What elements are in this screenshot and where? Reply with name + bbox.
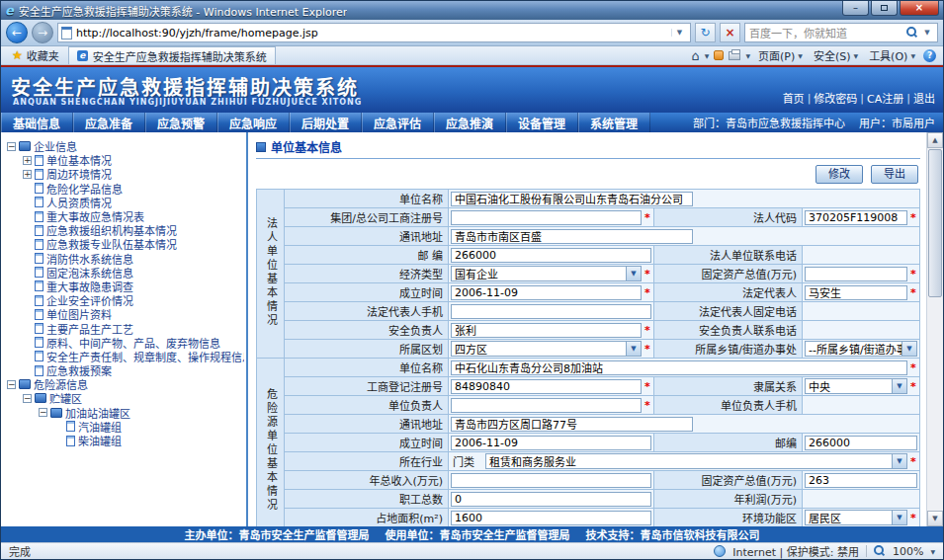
dropdown[interactable]: 四方区▼ xyxy=(451,341,642,357)
chevron-down-icon[interactable]: ▼ xyxy=(705,52,710,59)
text-input[interactable] xyxy=(805,473,917,488)
minimize-button[interactable]: – xyxy=(842,1,869,16)
tree-item[interactable]: 原料、中间产物、产品、废弃物信息 xyxy=(5,336,244,350)
browser-tab[interactable]: e 安全生产应急救援指挥辅助决策系统 xyxy=(68,46,276,64)
menu-item[interactable]: 应急评估 xyxy=(362,113,434,132)
address-bar[interactable]: http://localhost:90/yjzh/frame/homepage.… xyxy=(57,23,691,42)
text-input[interactable] xyxy=(805,285,907,300)
tree-item[interactable]: −加油站油罐区 xyxy=(5,406,244,420)
menu-item[interactable]: 应急响应 xyxy=(217,113,290,132)
text-input[interactable] xyxy=(451,304,651,319)
text-input[interactable] xyxy=(451,511,651,525)
tree-item[interactable]: 重大事故应急情况表 xyxy=(5,209,244,223)
search-icon[interactable] xyxy=(906,27,918,39)
zoom-level[interactable]: 100% xyxy=(893,545,923,558)
tree-item[interactable]: 危险化学品信息 xyxy=(5,182,244,196)
help-icon[interactable]: ? xyxy=(923,49,936,62)
text-input[interactable] xyxy=(805,210,907,225)
text-input[interactable] xyxy=(451,248,651,263)
expand-icon[interactable]: + xyxy=(23,170,32,179)
text-input[interactable] xyxy=(451,229,693,244)
tree-item[interactable]: 重大事故隐患调查 xyxy=(5,280,244,293)
menu-item[interactable]: 设备管理 xyxy=(506,113,578,132)
safety-menu[interactable]: 安全(S)▼ xyxy=(811,46,861,64)
tree-item[interactable]: 应急救援组织机构基本情况 xyxy=(5,223,244,237)
home-icon[interactable]: ⌂ xyxy=(692,49,700,62)
forward-button[interactable]: → xyxy=(32,22,53,43)
dropdown[interactable]: 居民区▼ xyxy=(805,510,907,525)
dropdown[interactable]: 中央▼ xyxy=(805,378,907,394)
scrollbar-thumb[interactable] xyxy=(928,149,942,297)
back-button[interactable]: ← xyxy=(6,22,28,43)
tree-item[interactable]: 单位图片资料 xyxy=(5,307,244,321)
export-button[interactable]: 导出 xyxy=(871,165,918,184)
text-input[interactable] xyxy=(451,285,642,300)
text-input[interactable] xyxy=(451,192,693,206)
tree-item[interactable]: 消防供水系统信息 xyxy=(5,252,244,266)
scrollbar-track[interactable] xyxy=(927,298,943,511)
menu-item[interactable]: 应急准备 xyxy=(73,113,145,132)
tree-item[interactable]: 安全生产责任制、规章制度、操作规程信息 xyxy=(5,350,244,363)
tree-item[interactable]: 柴油罐组 xyxy=(5,434,244,447)
tree-item[interactable]: −企业信息 xyxy=(5,139,244,153)
dropdown[interactable]: 租赁和商务服务业▼ xyxy=(485,453,907,469)
page-menu[interactable]: 页面(P)▼ xyxy=(755,46,806,64)
tree-item[interactable]: 应急救援专业队伍基本情况 xyxy=(5,237,244,251)
header-link[interactable]: 首页 xyxy=(783,90,805,106)
text-input[interactable] xyxy=(805,436,917,450)
text-input[interactable] xyxy=(451,417,693,432)
menu-item[interactable]: 应急预警 xyxy=(145,113,217,132)
collapse-icon[interactable]: − xyxy=(7,142,16,151)
text-input[interactable] xyxy=(451,379,642,394)
scroll-down-icon[interactable]: ▼ xyxy=(927,511,943,526)
tree-item[interactable]: 应急救援预案 xyxy=(5,363,244,377)
menu-item[interactable]: 应急推演 xyxy=(434,113,506,132)
tree-item[interactable]: 人员资质情况 xyxy=(5,196,244,209)
maximize-button[interactable] xyxy=(871,1,898,16)
refresh-button[interactable]: ↻ xyxy=(695,23,716,42)
dropdown[interactable]: 国有企业▼ xyxy=(451,266,642,281)
tree-item[interactable]: 企业安全评价情况 xyxy=(5,293,244,307)
menu-item[interactable]: 后期处置 xyxy=(290,113,362,132)
title-bar[interactable]: e 安全生产应急救援指挥辅助决策系统 - Windows Internet Ex… xyxy=(1,1,943,20)
text-input[interactable] xyxy=(451,210,642,225)
expand-icon[interactable]: + xyxy=(23,156,32,165)
zoom-icon[interactable] xyxy=(874,545,886,557)
tree-item[interactable]: 主要产品生产工艺 xyxy=(5,321,244,335)
collapse-icon[interactable]: − xyxy=(39,408,47,417)
text-input[interactable] xyxy=(451,473,651,488)
address-dropdown-icon[interactable]: ▼ xyxy=(671,29,687,37)
header-link[interactable]: CA注册 xyxy=(867,90,903,106)
print-icon[interactable] xyxy=(729,51,740,60)
zoom-dropdown-icon[interactable]: ▼ xyxy=(930,548,935,555)
tools-menu[interactable]: 工具(O)▼ xyxy=(866,46,918,64)
header-link[interactable]: 退出 xyxy=(913,90,935,106)
header-link[interactable]: 修改密码 xyxy=(814,90,857,106)
text-input[interactable] xyxy=(451,398,642,413)
close-button[interactable]: × xyxy=(900,1,939,16)
menu-item[interactable]: 系统管理 xyxy=(578,113,650,132)
chevron-down-icon[interactable]: ▼ xyxy=(745,52,750,59)
search-box[interactable]: 百度一下，你就知道 ▼ xyxy=(744,23,938,42)
text-input[interactable] xyxy=(451,436,651,450)
tree-item[interactable]: +单位基本情况 xyxy=(5,153,244,167)
collapse-icon[interactable]: − xyxy=(7,380,16,389)
rss-icon[interactable] xyxy=(714,50,724,60)
tree-item[interactable]: −危险源信息 xyxy=(5,377,244,391)
tree-item[interactable]: 汽油罐组 xyxy=(5,420,244,434)
favorites-button[interactable]: ★ 收藏夹 xyxy=(5,47,66,64)
dropdown[interactable]: --所属乡镇/街道办事处--▼ xyxy=(805,341,917,357)
stop-button[interactable]: × xyxy=(720,23,740,42)
text-input[interactable] xyxy=(451,492,651,507)
scroll-up-icon[interactable]: ▲ xyxy=(927,132,943,148)
text-input[interactable] xyxy=(451,323,642,338)
tree-item[interactable]: +周边环境情况 xyxy=(5,167,244,181)
collapse-icon[interactable]: − xyxy=(23,394,32,403)
tree-item[interactable]: 固定泡沫系统信息 xyxy=(5,266,244,280)
text-input[interactable] xyxy=(451,360,907,375)
search-dropdown-icon[interactable]: ▼ xyxy=(921,29,933,37)
text-input[interactable] xyxy=(805,267,907,281)
menu-item[interactable]: 基础信息 xyxy=(1,113,73,132)
vertical-scrollbar[interactable]: ▲ ▼ xyxy=(926,132,943,526)
modify-button[interactable]: 修改 xyxy=(815,165,863,184)
